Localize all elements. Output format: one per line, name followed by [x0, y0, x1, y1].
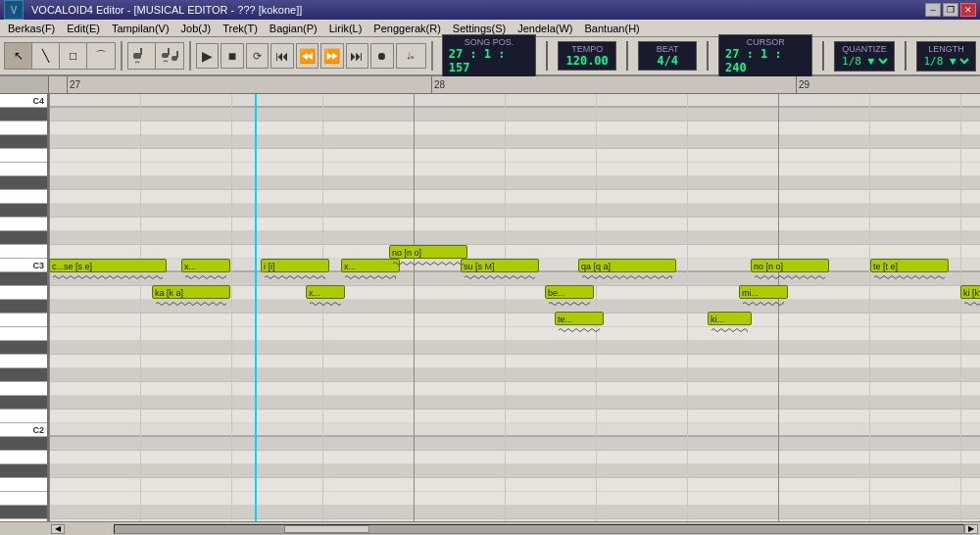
piano-key[interactable]: [0, 272, 47, 286]
note-tool-1[interactable]: [128, 43, 156, 69]
metronome-button[interactable]: ♩ₑ: [396, 43, 426, 69]
piano-key[interactable]: [0, 245, 47, 259]
piano-key[interactable]: [0, 314, 47, 327]
piano-key[interactable]: [0, 478, 47, 492]
piano-keys: C4C3C2: [0, 94, 49, 521]
play-button[interactable]: ▶: [196, 43, 219, 69]
note-block[interactable]: qa [q a]: [578, 259, 676, 272]
note-block[interactable]: su [s M]: [461, 259, 539, 272]
piano-key[interactable]: [0, 437, 47, 451]
piano-key[interactable]: [0, 355, 47, 368]
menu-penggerak[interactable]: Penggerak(R): [368, 22, 446, 35]
piano-key[interactable]: [0, 204, 47, 218]
piano-key[interactable]: [0, 108, 47, 122]
note-block[interactable]: ka [k a]: [152, 285, 230, 299]
piano-key[interactable]: [0, 382, 47, 396]
rewind-button[interactable]: ⏮: [270, 43, 293, 69]
piano-key[interactable]: [0, 135, 47, 149]
eraser-tool[interactable]: □: [60, 43, 87, 69]
note-block[interactable]: te...: [555, 312, 604, 325]
piano-key[interactable]: [0, 368, 47, 382]
piano-key[interactable]: [0, 341, 47, 355]
piano-key[interactable]: [0, 396, 47, 410]
piano-key[interactable]: [0, 149, 47, 163]
piano-key[interactable]: [0, 218, 47, 231]
menu-berkas[interactable]: Berkas(F): [2, 22, 61, 35]
forward-button[interactable]: ⏩: [320, 43, 343, 69]
back-button[interactable]: ⏪: [296, 43, 318, 69]
menu-lirik[interactable]: Lirik(L): [323, 22, 368, 35]
note-block[interactable]: ki [k'i]: [960, 285, 980, 299]
note-tool-2[interactable]: [156, 43, 183, 69]
note-block[interactable]: no [n o]: [389, 245, 467, 259]
note-tools: [127, 42, 184, 70]
svg-rect-5: [176, 51, 178, 58]
grid-area[interactable]: c...se [s e]x...i [i]x...no [n o]su [s M…: [49, 94, 980, 521]
note-block[interactable]: x...: [181, 259, 230, 272]
note-block[interactable]: c...se [s e]: [49, 259, 167, 272]
note-block[interactable]: x...: [306, 285, 345, 299]
toolbar-sep-2: [189, 41, 191, 71]
pencil-tool[interactable]: ╲: [32, 43, 60, 69]
piano-key[interactable]: [0, 464, 47, 478]
piano-key[interactable]: [0, 410, 47, 423]
song-pos-display: SONG POS. 27 : 1 : 157: [442, 34, 537, 77]
piano-key[interactable]: [0, 122, 47, 135]
minimize-button[interactable]: –: [925, 3, 941, 17]
grid-row: [49, 231, 980, 245]
piano-key[interactable]: [0, 286, 47, 300]
piano-key[interactable]: C3: [0, 259, 47, 272]
piano-key[interactable]: C4: [0, 94, 47, 108]
menu-tampilan[interactable]: Tampilan(V): [106, 22, 175, 35]
piano-key[interactable]: [0, 190, 47, 204]
note-block[interactable]: be...: [545, 285, 594, 299]
note-block[interactable]: x...: [341, 259, 400, 272]
tempo-display: TEMPO 120.00: [558, 41, 616, 71]
note-block[interactable]: i [i]: [261, 259, 329, 272]
menu-bantuan[interactable]: Bantuan(H): [579, 22, 646, 35]
scrollbar-track[interactable]: [114, 524, 964, 534]
line-tool[interactable]: ⌒: [87, 43, 115, 69]
scroll-right-button[interactable]: ▶: [964, 524, 978, 534]
vibrato-line: [310, 301, 341, 307]
menu-bagian[interactable]: Bagian(P): [264, 22, 323, 35]
scroll-left-button[interactable]: ◀: [51, 524, 65, 534]
grid-row: [49, 382, 980, 396]
ruler-marks[interactable]: 27 28 29: [49, 76, 980, 93]
info-div-1: [546, 41, 548, 71]
end-button[interactable]: ⏭: [346, 43, 368, 69]
note-block[interactable]: te [t e]: [870, 259, 949, 272]
toolbar-sep-3: [431, 41, 433, 71]
piano-key[interactable]: [0, 176, 47, 190]
record-button[interactable]: ⏺: [370, 43, 393, 69]
restore-button[interactable]: ❐: [943, 3, 958, 17]
note-block[interactable]: no [n o]: [751, 259, 829, 272]
piano-key[interactable]: [0, 451, 47, 464]
note-block[interactable]: mi...: [739, 285, 788, 299]
menu-settings[interactable]: Settings(S): [447, 22, 512, 35]
quantize-select[interactable]: 1/8 ▼ 1/4 1/16 1/32: [838, 54, 891, 69]
piano-key[interactable]: [0, 519, 47, 521]
piano-key[interactable]: [0, 492, 47, 506]
menu-jendela[interactable]: Jendela(W): [512, 22, 578, 35]
piano-key[interactable]: [0, 163, 47, 176]
piano-key[interactable]: C2: [0, 423, 47, 437]
menu-job[interactable]: Job(J): [175, 22, 218, 35]
menu-trek[interactable]: Trek(T): [217, 22, 264, 35]
menu-edit[interactable]: Edit(E): [61, 22, 106, 35]
svg-rect-2: [162, 53, 169, 58]
piano-key[interactable]: [0, 327, 47, 341]
scrollbar-thumb[interactable]: [284, 525, 369, 533]
grid-row: [49, 396, 980, 410]
close-button[interactable]: ✕: [960, 3, 976, 17]
piano-key[interactable]: [0, 506, 47, 519]
toolbar: ↖ ╲ □ ⌒ ▶ ■ ⟳ ⏮ ⏪ ⏩ ⏭ ⏺ ♩ₑ: [0, 37, 980, 76]
length-select[interactable]: 1/8 ▼ 1/4 1/16 1/32: [919, 54, 972, 69]
note-block[interactable]: ki...: [708, 312, 752, 325]
loop-button[interactable]: ⟳: [246, 43, 269, 69]
piano-key[interactable]: [0, 300, 47, 314]
stop-button[interactable]: ■: [220, 43, 243, 69]
piano-key[interactable]: [0, 231, 47, 245]
cursor-display: CURSOR 27 : 1 : 240: [718, 34, 813, 77]
pointer-tool[interactable]: ↖: [5, 43, 32, 69]
